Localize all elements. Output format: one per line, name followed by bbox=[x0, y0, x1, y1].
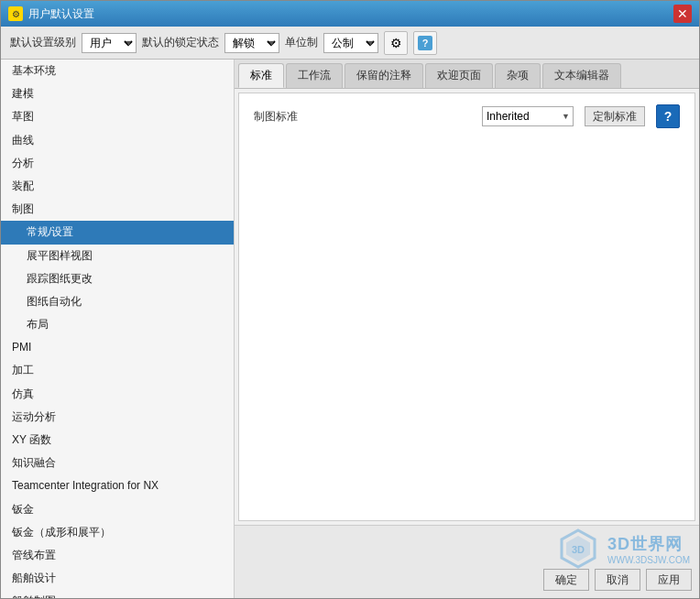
tree-item-sheetmetal[interactable]: 钣金 bbox=[1, 498, 234, 521]
level-label: 默认设置级别 bbox=[10, 35, 76, 50]
tree-item-flat-pattern[interactable]: 展平图样视图 bbox=[1, 245, 234, 267]
lock-label: 默认的锁定状态 bbox=[142, 35, 219, 50]
tree-item-routing[interactable]: 管线布置 bbox=[1, 544, 234, 567]
help-icon-button[interactable]: ? bbox=[413, 31, 437, 55]
tree-item-sheet-automation[interactable]: 图纸自动化 bbox=[1, 290, 234, 313]
left-panel: 基本环境 建模 草图 曲线 分析 装配 制图 常规/设置 展平图样视图 跟踪图纸… bbox=[1, 60, 235, 598]
watermark-brand: 3D世界网 bbox=[607, 533, 690, 555]
tree-item-simulation[interactable]: 仿真 bbox=[1, 383, 234, 406]
tab-annotations[interactable]: 保留的注释 bbox=[345, 63, 423, 88]
unit-select[interactable]: 公制 bbox=[323, 33, 378, 53]
tree-item-curve[interactable]: 曲线 bbox=[1, 129, 234, 152]
window-icon: ⚙ bbox=[8, 6, 23, 21]
tree-item-sheetmetal-form[interactable]: 钣金（成形和展平） bbox=[1, 521, 234, 544]
tree-item-machining[interactable]: 加工 bbox=[1, 359, 234, 382]
tab-welcome[interactable]: 欢迎页面 bbox=[425, 63, 493, 88]
tree-item-basic-env[interactable]: 基本环境 bbox=[1, 60, 234, 82]
drafting-standard-label: 制图标准 bbox=[254, 109, 327, 125]
tree-item-track-changes[interactable]: 跟踪图纸更改 bbox=[1, 267, 234, 290]
content-help-button[interactable]: ? bbox=[656, 104, 680, 128]
unit-select-wrapper: 公制 bbox=[323, 33, 378, 53]
tab-misc[interactable]: 杂项 bbox=[495, 63, 541, 88]
tree-list[interactable]: 基本环境 建模 草图 曲线 分析 装配 制图 常规/设置 展平图样视图 跟踪图纸… bbox=[1, 60, 234, 598]
title-bar: ⚙ 用户默认设置 ✕ bbox=[1, 1, 699, 27]
bottom-buttons: 确定 取消 应用 bbox=[543, 569, 692, 591]
svg-text:?: ? bbox=[422, 38, 429, 49]
watermark-hex-icon: 3D bbox=[556, 527, 600, 571]
main-area: 基本环境 建模 草图 曲线 分析 装配 制图 常规/设置 展平图样视图 跟踪图纸… bbox=[1, 60, 699, 598]
tree-item-motion[interactable]: 运动分析 bbox=[1, 406, 234, 429]
tree-item-analysis[interactable]: 分析 bbox=[1, 152, 234, 175]
tree-item-general-settings[interactable]: 常规/设置 bbox=[1, 221, 234, 244]
svg-text:3D: 3D bbox=[572, 544, 585, 555]
watermark: 3D 3D世界网 WWW.3DSJW.COM bbox=[556, 527, 690, 571]
unit-label: 单位制 bbox=[285, 35, 318, 50]
custom-standard-button[interactable]: 定制标准 bbox=[585, 106, 645, 126]
close-button[interactable]: ✕ bbox=[673, 5, 692, 23]
lock-select[interactable]: 解锁 bbox=[224, 33, 279, 53]
tab-workflow[interactable]: 工作流 bbox=[286, 63, 343, 88]
tab-text-editor[interactable]: 文本编辑器 bbox=[542, 63, 621, 88]
inherited-select-wrapper: Inherited bbox=[482, 106, 574, 126]
window-title: 用户默认设置 bbox=[28, 6, 673, 22]
tree-item-knowledge[interactable]: 知识融合 bbox=[1, 452, 234, 474]
tree-item-layout[interactable]: 布局 bbox=[1, 313, 234, 336]
drafting-standard-row: 制图标准 Inherited 定制标准 ? bbox=[239, 93, 695, 139]
cancel-button[interactable]: 取消 bbox=[595, 569, 640, 591]
tab-standard[interactable]: 标准 bbox=[238, 63, 284, 88]
toolbar: 默认设置级别 用户 默认的锁定状态 解锁 单位制 公制 ⚙ ? bbox=[1, 27, 699, 60]
tree-item-drafting[interactable]: 制图 bbox=[1, 198, 234, 221]
settings-icon-button[interactable]: ⚙ bbox=[384, 31, 408, 55]
level-select-wrapper: 用户 bbox=[82, 33, 137, 53]
tree-item-xy-function[interactable]: XY 函数 bbox=[1, 429, 234, 452]
tree-item-modeling[interactable]: 建模 bbox=[1, 82, 234, 105]
tree-item-teamcenter[interactable]: Teamcenter Integration for NX bbox=[1, 474, 234, 497]
right-panel: 标准 工作流 保留的注释 欢迎页面 杂项 文本编辑器 制图标准 Inherite… bbox=[235, 60, 699, 598]
watermark-url: WWW.3DSJW.COM bbox=[607, 555, 690, 565]
level-select[interactable]: 用户 bbox=[82, 33, 137, 53]
lock-select-wrapper: 解锁 bbox=[224, 33, 279, 53]
bottom-area: 3D 3D世界网 WWW.3DSJW.COM 确定 取消 应用 bbox=[235, 525, 699, 598]
tree-item-sketch[interactable]: 草图 bbox=[1, 105, 234, 128]
main-window: ⚙ 用户默认设置 ✕ 默认设置级别 用户 默认的锁定状态 解锁 单位制 公制 ⚙ bbox=[0, 0, 700, 599]
ok-button[interactable]: 确定 bbox=[543, 569, 589, 591]
apply-button[interactable]: 应用 bbox=[646, 569, 692, 591]
tab-bar: 标准 工作流 保留的注释 欢迎页面 杂项 文本编辑器 bbox=[235, 60, 699, 89]
tree-item-assembly[interactable]: 装配 bbox=[1, 175, 234, 198]
tree-item-ship-drafting[interactable]: 船舶制图 bbox=[1, 590, 234, 598]
tree-item-ship-design[interactable]: 船舶设计 bbox=[1, 567, 234, 590]
watermark-logo: 3D 3D世界网 WWW.3DSJW.COM bbox=[556, 527, 690, 571]
tree-item-pmi[interactable]: PMI bbox=[1, 336, 234, 359]
inherited-select[interactable]: Inherited bbox=[482, 106, 574, 126]
content-area: 制图标准 Inherited 定制标准 ? bbox=[238, 93, 695, 521]
